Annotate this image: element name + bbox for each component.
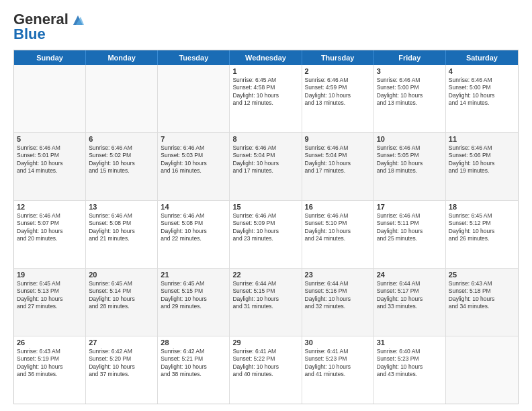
- weekday-header-saturday: Saturday: [446, 50, 518, 65]
- day-number: 27: [89, 338, 154, 347]
- day-number: 25: [449, 271, 515, 279]
- day-cell-14: 14Sunrise: 6:46 AMSunset: 5:08 PMDayligh…: [158, 201, 230, 268]
- cell-info: Sunrise: 6:45 AMSunset: 5:13 PMDaylight:…: [17, 280, 83, 311]
- empty-cell-0-0: [14, 65, 86, 132]
- calendar: SundayMondayTuesdayWednesdayThursdayFrid…: [13, 50, 519, 404]
- day-number: 1: [232, 67, 298, 75]
- day-number: 13: [89, 203, 154, 211]
- day-number: 4: [449, 67, 515, 75]
- day-cell-15: 15Sunrise: 6:46 AMSunset: 5:09 PMDayligh…: [230, 201, 302, 268]
- cell-info: Sunrise: 6:46 AMSunset: 5:11 PMDaylight:…: [377, 212, 443, 243]
- day-number: 7: [161, 135, 226, 143]
- weekday-header-wednesday: Wednesday: [230, 50, 302, 65]
- calendar-row-0: 1Sunrise: 6:45 AMSunset: 4:58 PMDaylight…: [14, 65, 518, 133]
- cell-info: Sunrise: 6:43 AMSunset: 5:19 PMDaylight:…: [17, 348, 83, 379]
- empty-cell-0-1: [86, 65, 158, 132]
- cell-info: Sunrise: 6:46 AMSunset: 5:09 PMDaylight:…: [232, 212, 298, 243]
- day-number: 29: [232, 338, 298, 347]
- day-number: 23: [305, 271, 371, 279]
- cell-info: Sunrise: 6:46 AMSunset: 5:06 PMDaylight:…: [449, 144, 515, 175]
- page: General Blue SundayMondayTuesdayWednesda…: [0, 0, 532, 411]
- weekday-header-friday: Friday: [374, 50, 446, 65]
- cell-info: Sunrise: 6:42 AMSunset: 5:20 PMDaylight:…: [89, 348, 154, 379]
- cell-info: Sunrise: 6:45 AMSunset: 5:12 PMDaylight:…: [449, 212, 515, 243]
- day-cell-12: 12Sunrise: 6:46 AMSunset: 5:07 PMDayligh…: [14, 201, 86, 268]
- day-cell-30: 30Sunrise: 6:41 AMSunset: 5:23 PMDayligh…: [302, 336, 374, 404]
- calendar-row-2: 12Sunrise: 6:46 AMSunset: 5:07 PMDayligh…: [14, 201, 518, 269]
- day-cell-24: 24Sunrise: 6:44 AMSunset: 5:17 PMDayligh…: [374, 269, 446, 336]
- day-cell-18: 18Sunrise: 6:45 AMSunset: 5:12 PMDayligh…: [446, 201, 518, 268]
- day-number: 12: [17, 203, 83, 211]
- cell-info: Sunrise: 6:42 AMSunset: 5:21 PMDaylight:…: [161, 348, 226, 379]
- cell-info: Sunrise: 6:44 AMSunset: 5:15 PMDaylight:…: [232, 280, 298, 311]
- day-number: 19: [17, 271, 83, 279]
- day-cell-2: 2Sunrise: 6:46 AMSunset: 4:59 PMDaylight…: [302, 65, 374, 132]
- day-cell-7: 7Sunrise: 6:46 AMSunset: 5:03 PMDaylight…: [158, 133, 230, 200]
- day-number: 6: [89, 135, 154, 143]
- day-cell-22: 22Sunrise: 6:44 AMSunset: 5:15 PMDayligh…: [230, 269, 302, 336]
- cell-info: Sunrise: 6:46 AMSunset: 5:00 PMDaylight:…: [449, 77, 515, 107]
- day-number: 11: [449, 135, 515, 143]
- day-cell-5: 5Sunrise: 6:46 AMSunset: 5:01 PMDaylight…: [14, 133, 86, 200]
- day-number: 2: [305, 67, 371, 75]
- cell-info: Sunrise: 6:44 AMSunset: 5:17 PMDaylight:…: [377, 280, 443, 311]
- day-cell-8: 8Sunrise: 6:46 AMSunset: 5:04 PMDaylight…: [230, 133, 302, 200]
- header: General Blue: [13, 11, 519, 43]
- cell-info: Sunrise: 6:46 AMSunset: 5:01 PMDaylight:…: [17, 144, 83, 175]
- cell-info: Sunrise: 6:45 AMSunset: 4:58 PMDaylight:…: [232, 77, 298, 107]
- cell-info: Sunrise: 6:45 AMSunset: 5:14 PMDaylight:…: [89, 280, 154, 311]
- day-number: 30: [305, 338, 371, 347]
- day-number: 14: [161, 203, 226, 211]
- day-number: 18: [449, 203, 515, 211]
- day-number: 28: [161, 338, 226, 347]
- day-cell-6: 6Sunrise: 6:46 AMSunset: 5:02 PMDaylight…: [86, 133, 158, 200]
- cell-info: Sunrise: 6:46 AMSunset: 5:04 PMDaylight:…: [232, 144, 298, 175]
- day-number: 3: [377, 67, 443, 75]
- cell-info: Sunrise: 6:41 AMSunset: 5:23 PMDaylight:…: [305, 348, 371, 379]
- day-cell-29: 29Sunrise: 6:41 AMSunset: 5:22 PMDayligh…: [230, 336, 302, 404]
- day-cell-1: 1Sunrise: 6:45 AMSunset: 4:58 PMDaylight…: [230, 65, 302, 132]
- day-cell-17: 17Sunrise: 6:46 AMSunset: 5:11 PMDayligh…: [374, 201, 446, 268]
- logo: General Blue: [13, 11, 85, 43]
- day-number: 22: [232, 271, 298, 279]
- day-cell-27: 27Sunrise: 6:42 AMSunset: 5:20 PMDayligh…: [86, 336, 158, 404]
- cell-info: Sunrise: 6:46 AMSunset: 5:08 PMDaylight:…: [161, 212, 226, 243]
- day-number: 16: [305, 203, 371, 211]
- calendar-header: SundayMondayTuesdayWednesdayThursdayFrid…: [14, 50, 518, 65]
- day-number: 26: [17, 338, 83, 347]
- cell-info: Sunrise: 6:46 AMSunset: 5:00 PMDaylight:…: [377, 77, 443, 107]
- cell-info: Sunrise: 6:46 AMSunset: 4:59 PMDaylight:…: [305, 77, 371, 107]
- day-number: 21: [161, 271, 226, 279]
- calendar-row-3: 19Sunrise: 6:45 AMSunset: 5:13 PMDayligh…: [14, 269, 518, 336]
- logo-icon: [71, 13, 85, 26]
- day-cell-23: 23Sunrise: 6:44 AMSunset: 5:16 PMDayligh…: [302, 269, 374, 336]
- empty-cell-4-6: [446, 336, 518, 404]
- weekday-header-tuesday: Tuesday: [158, 50, 230, 65]
- day-number: 20: [89, 271, 154, 279]
- cell-info: Sunrise: 6:46 AMSunset: 5:05 PMDaylight:…: [377, 144, 443, 175]
- cell-info: Sunrise: 6:46 AMSunset: 5:08 PMDaylight:…: [89, 212, 154, 243]
- calendar-row-4: 26Sunrise: 6:43 AMSunset: 5:19 PMDayligh…: [14, 336, 518, 404]
- day-cell-20: 20Sunrise: 6:45 AMSunset: 5:14 PMDayligh…: [86, 269, 158, 336]
- day-cell-28: 28Sunrise: 6:42 AMSunset: 5:21 PMDayligh…: [158, 336, 230, 404]
- day-cell-11: 11Sunrise: 6:46 AMSunset: 5:06 PMDayligh…: [446, 133, 518, 200]
- day-number: 17: [377, 203, 443, 211]
- day-cell-25: 25Sunrise: 6:43 AMSunset: 5:18 PMDayligh…: [446, 269, 518, 336]
- day-cell-10: 10Sunrise: 6:46 AMSunset: 5:05 PMDayligh…: [374, 133, 446, 200]
- cell-info: Sunrise: 6:46 AMSunset: 5:10 PMDaylight:…: [305, 212, 371, 243]
- cell-info: Sunrise: 6:45 AMSunset: 5:15 PMDaylight:…: [161, 280, 226, 311]
- cell-info: Sunrise: 6:46 AMSunset: 5:02 PMDaylight:…: [89, 144, 154, 175]
- day-cell-3: 3Sunrise: 6:46 AMSunset: 5:00 PMDaylight…: [374, 65, 446, 132]
- cell-info: Sunrise: 6:46 AMSunset: 5:07 PMDaylight:…: [17, 212, 83, 243]
- day-number: 15: [232, 203, 298, 211]
- day-number: 9: [305, 135, 371, 143]
- cell-info: Sunrise: 6:46 AMSunset: 5:03 PMDaylight:…: [161, 144, 226, 175]
- day-cell-31: 31Sunrise: 6:40 AMSunset: 5:23 PMDayligh…: [374, 336, 446, 404]
- cell-info: Sunrise: 6:44 AMSunset: 5:16 PMDaylight:…: [305, 280, 371, 311]
- day-number: 24: [377, 271, 443, 279]
- cell-info: Sunrise: 6:41 AMSunset: 5:22 PMDaylight:…: [232, 348, 298, 379]
- empty-cell-0-2: [158, 65, 230, 132]
- day-cell-19: 19Sunrise: 6:45 AMSunset: 5:13 PMDayligh…: [14, 269, 86, 336]
- calendar-row-1: 5Sunrise: 6:46 AMSunset: 5:01 PMDaylight…: [14, 133, 518, 201]
- weekday-header-monday: Monday: [86, 50, 158, 65]
